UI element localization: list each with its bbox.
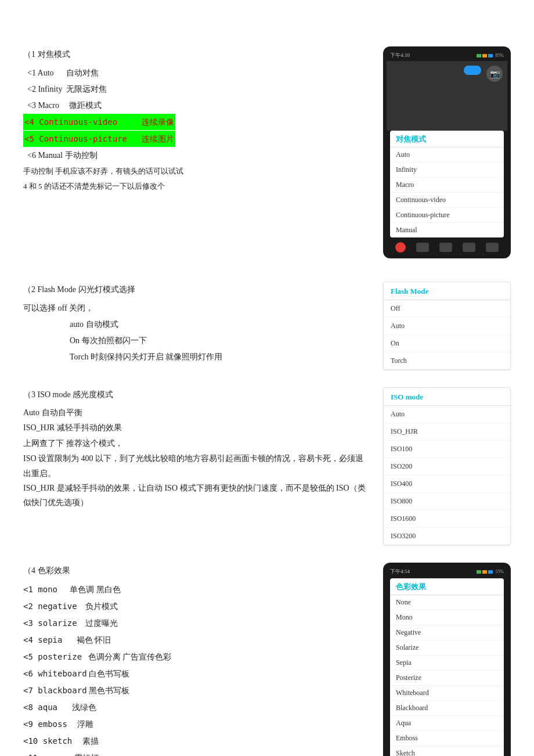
iso-item-3200: ISO3200 [384,528,510,545]
iso-item-200: ISO200 [384,458,510,476]
color-sketch: <10 sketch 素描 [23,733,371,750]
iso-note1: 上网查了下 推荐这个模式， [23,436,371,452]
color-sepia-item: Sepia [390,656,504,671]
bottom-icon2 [439,243,452,252]
iso-auto: Auto 自动自平衡 [23,405,371,421]
color-aqua: <8 aqua 浅绿色 [23,699,371,716]
iso-item-400: ISO400 [384,476,510,493]
flash-item-auto: Auto [384,318,510,335]
color-signal3 [488,570,493,574]
section2-title: （2 Flash Mode 闪光灯模式选择 [23,282,371,298]
item-continuous-video: <4 Continuous-video 连续录像 [23,114,175,130]
flash-on: On 每次拍照都闪一下 [23,333,371,349]
color-panel-title: 色彩效果 [390,578,504,595]
section4-title: （4 色彩效果 [23,563,371,579]
iso-mode-panel: ISO mode Auto ISO_HJR ISO100 ISO200 ISO4… [383,387,511,545]
color-none: None [390,595,504,610]
color-status-time: 下午4:54 [390,568,410,575]
color-mono: <1 mono 单色调 黑白色 [23,581,371,598]
color-status-icons: 55% [477,569,504,574]
flash-panel-title: Flash Mode [384,282,510,300]
iso-item-hjr: ISO_HJR [384,423,510,441]
item-infinity: <2 Infinity 无限远对焦 [23,81,371,98]
color-blackboard: <7 blackboard 黑色书写板 [23,682,371,699]
signal-bar2 [482,54,487,57]
flash-item-on: On [384,335,510,352]
phone-bottom-bar [387,240,507,255]
color-sepia: <4 sepia 褐色 怀旧 [23,632,371,649]
color-solarize: <3 solarize 过度曝光 [23,615,371,632]
iso-item-800: ISO800 [384,493,510,510]
color-aqua-item: Aqua [390,716,504,731]
color-phone-status-bar: 下午4:54 55% [387,566,507,577]
signal-bar3 [488,54,493,57]
color-mono-item: Mono [390,610,504,625]
bottom-icon3 [463,243,475,252]
status-icons: 85% [477,53,504,58]
bottom-icon1 [416,243,429,252]
iso-item-auto: Auto [384,406,510,423]
flash-auto: auto 自动模式 [23,316,371,333]
iso-note2: ISO 设置限制为 400 以下，到了光线比较暗的地方容易引起画面卡顿的情况，容… [23,451,371,480]
color-blackboard-item: Blackboard [390,701,504,716]
phone-mockup-focus: 下午4:10 85% 📷 对焦模式 Auto Infinity Macro Co… [383,46,511,258]
item-continuous-picture: <5 Continuous-picture 连续图片 [23,131,175,147]
color-negative: <2 negative 负片模式 [23,598,371,615]
iso-item-100: ISO100 [384,441,510,458]
color-sketch-item: Sketch [390,746,504,756]
color-battery: 55% [495,569,504,574]
iso-hjr: ISO_HJR 减轻手抖动的效果 [23,420,371,436]
color-signal2 [482,570,487,574]
battery-text: 85% [495,53,504,58]
section1-note1: 手动控制 手机应该不好弄，有镜头的话可以试试 [23,164,371,179]
section1-title: （1 对焦模式 [23,46,371,63]
color-posterize: <5 posterize 色调分离 广告宣传色彩 [23,649,371,665]
color-effect-menu: 色彩效果 None Mono Negative Solarize Sepia P… [390,578,504,756]
focus-manual: Manual [390,223,504,237]
section3-text: （3 ISO mode 感光度模式 Auto 自动自平衡 ISO_HJR 减轻手… [23,387,371,510]
iso-panel-title: ISO mode [384,388,510,406]
toggle-button [464,66,481,75]
focus-continuous-video: Continuous-video [390,193,504,208]
focus-mode-menu: 对焦模式 Auto Infinity Macro Continuous-vide… [390,131,504,237]
flash-mode-panel: Flash Mode Off Auto On Torch [383,282,511,370]
focus-macro: Macro [390,178,504,193]
bottom-record-btn [395,242,406,253]
focus-infinity: Infinity [390,163,504,178]
item-auto: <1 Auto 自动对焦 [23,65,371,81]
camera-icon: 📷 [486,66,503,82]
section1-text: （1 对焦模式 <1 Auto 自动对焦 <2 Infinity 无限远对焦 <… [23,46,371,258]
color-negative-item: Negative [390,625,504,640]
section3-title: （3 ISO mode 感光度模式 [23,387,371,403]
color-signal1 [477,570,481,574]
bottom-back-btn [486,243,499,252]
flash-torch: Torch 时刻保持闪关灯开启 就像照明灯作用 [23,349,371,365]
section1-note2: 4 和 5 的话还不清楚先标记一下以后修改个 [23,179,371,194]
flash-item-off: Off [384,300,510,318]
flash-off: 可以选择 off 关闭， [23,300,371,316]
color-solarize-item: Solarize [390,640,504,656]
color-emboss: <9 emboss 浮雕 [23,716,371,733]
section4-text: （4 色彩效果 <1 mono 单色调 黑白色 <2 negative 负片模式… [23,563,371,756]
iso-item-1600: ISO1600 [384,510,510,528]
phone-mockup-color: 下午4:54 55% 色彩效果 None Mono Negative Solar… [383,563,511,756]
item-macro: <3 Macro 微距模式 [23,98,371,114]
color-neon: <11 neon 霓虹灯 [23,750,371,756]
iso-note3: ISO_HJR 是减轻手抖动的效果，让自动 ISO 模式下拥有更快的快门速度，而… [23,481,371,510]
flash-item-torch: Torch [384,352,510,369]
section2-text: （2 Flash Mode 闪光灯模式选择 可以选择 off 关闭， auto … [23,282,371,365]
signal-bar1 [477,54,481,57]
color-posterize-item: Posterize [390,671,504,686]
camera-preview: 📷 [387,61,507,131]
item-manual: <6 Manual 手动控制 [23,147,371,164]
color-whiteboard: <6 whiteboard 白色书写板 [23,665,371,682]
phone-status-bar: 下午4:10 85% [387,50,507,61]
focus-auto: Auto [390,147,504,163]
color-emboss-item: Emboss [390,731,504,746]
status-time: 下午4:10 [390,52,410,59]
focus-panel-title: 对焦模式 [390,131,504,147]
focus-continuous-picture: Continuous-picture [390,208,504,223]
color-whiteboard-item: Whiteboard [390,686,504,701]
